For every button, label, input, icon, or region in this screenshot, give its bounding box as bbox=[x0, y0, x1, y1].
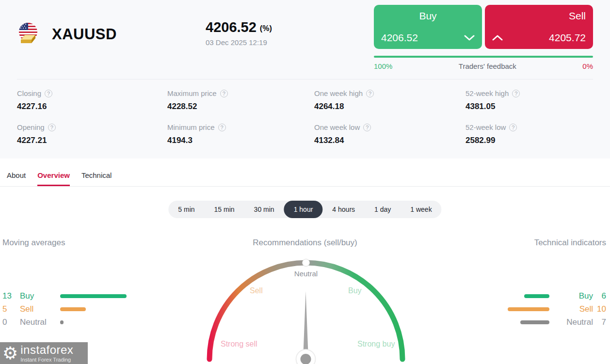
buy-count: 6 bbox=[593, 291, 606, 301]
sell-count: 5 bbox=[2, 304, 20, 314]
gauge-pivot bbox=[301, 354, 311, 364]
symbol-title: XAUUSD bbox=[52, 26, 117, 43]
stat-one-week-high: One week high? 4264.18 bbox=[314, 89, 466, 111]
price-block: 4206.52 (%) 03 Dec 2025 12:19 bbox=[206, 19, 272, 47]
help-icon[interactable]: ? bbox=[366, 90, 374, 97]
stat-label: One week low bbox=[314, 123, 360, 131]
instrument: XAUUSD bbox=[17, 22, 117, 47]
gauge-needle bbox=[303, 291, 308, 359]
stat-value: 4132.84 bbox=[314, 136, 466, 145]
stat-label: 52-week low bbox=[466, 123, 506, 131]
sell-price: 4205.72 bbox=[549, 32, 586, 44]
gear-logo-icon: ⚙ bbox=[2, 345, 18, 362]
legend-row-neutral: 0 Neutral bbox=[2, 316, 127, 329]
sell-bar bbox=[508, 307, 549, 311]
traders-feedback-bar bbox=[374, 56, 593, 58]
help-icon[interactable]: ? bbox=[218, 124, 226, 131]
timeframe-5min[interactable]: 5 min bbox=[168, 201, 204, 218]
neutral-count: 7 bbox=[593, 317, 606, 327]
buy-button-label: Buy bbox=[381, 10, 475, 22]
stat-value: 4381.05 bbox=[466, 102, 593, 111]
timeframe-1day[interactable]: 1 day bbox=[365, 201, 401, 218]
usd-flag-gold-icon bbox=[17, 22, 41, 47]
sell-bar bbox=[60, 307, 86, 311]
neutral-label: Neutral bbox=[549, 317, 593, 327]
timeframe-1week[interactable]: 1 week bbox=[401, 201, 441, 218]
recommendations-title: Recommendations (sell/buy) bbox=[253, 238, 357, 248]
sell-label: Sell bbox=[20, 304, 60, 314]
legend-row-sell: Sell 10 bbox=[506, 302, 606, 316]
timeframe-15min[interactable]: 15 min bbox=[205, 201, 244, 218]
stat-value: 2582.99 bbox=[466, 136, 593, 145]
tab-technical[interactable]: Technical bbox=[81, 171, 112, 186]
price-unit: (%) bbox=[260, 24, 272, 33]
stat-label: One week high bbox=[314, 89, 363, 97]
sell-label: Sell bbox=[549, 304, 593, 314]
chevron-down-icon bbox=[464, 32, 475, 44]
stat-label: Opening bbox=[17, 123, 45, 131]
tab-bar: About Overview Technical bbox=[0, 166, 610, 187]
legend-row-neutral: Neutral 7 bbox=[506, 316, 606, 329]
help-icon[interactable]: ? bbox=[509, 124, 517, 131]
help-icon[interactable]: ? bbox=[48, 124, 56, 131]
neutral-label: Neutral bbox=[20, 317, 60, 327]
feedback-sell-percent: 0% bbox=[582, 62, 593, 70]
stat-closing: Closing? 4227.16 bbox=[17, 89, 167, 111]
buy-bar bbox=[60, 294, 127, 298]
tab-about[interactable]: About bbox=[7, 171, 26, 186]
buy-label: Buy bbox=[20, 291, 60, 301]
stat-maximum-price: Maximum price? 4228.52 bbox=[167, 89, 314, 111]
gauge-pivot-ring bbox=[296, 349, 316, 364]
gauge-marker-dot bbox=[303, 259, 310, 267]
stat-value: 4264.18 bbox=[314, 102, 466, 111]
neutral-count: 0 bbox=[2, 317, 20, 327]
traders-feedback-row: 100% Traders' feedback 0% bbox=[374, 62, 593, 70]
buy-count: 13 bbox=[2, 291, 20, 301]
moving-averages-title: Moving averages bbox=[2, 238, 65, 248]
gauge-label-strong-buy: Strong buy bbox=[357, 340, 395, 348]
buy-price: 4206.52 bbox=[381, 32, 418, 44]
watermark-brand: instaforex bbox=[20, 344, 73, 356]
neutral-bar bbox=[520, 320, 549, 324]
header-divider bbox=[17, 79, 593, 79]
sell-count: 10 bbox=[593, 304, 606, 314]
sell-button[interactable]: Sell 4205.72 bbox=[485, 5, 593, 49]
stat-52-week-low: 52-week low? 2582.99 bbox=[466, 123, 593, 145]
stat-label: 52-week high bbox=[466, 89, 509, 97]
timeframe-1hour[interactable]: 1 hour bbox=[284, 201, 323, 218]
stat-52-week-high: 52-week high? 4381.05 bbox=[466, 89, 593, 111]
legend-row-buy: 13 Buy bbox=[2, 289, 127, 302]
legend-row-buy: Buy 6 bbox=[506, 289, 606, 302]
timeframe-selector: 5 min 15 min 30 min 1 hour 4 hours 1 day… bbox=[168, 201, 441, 218]
gauge-label-neutral: Neutral bbox=[294, 269, 318, 278]
moving-averages-legend: 13 Buy 5 Sell 0 Neutral bbox=[2, 289, 127, 329]
trade-panel: Buy 4206.52 Sell 4205.72 bbox=[374, 5, 593, 70]
buy-label: Buy bbox=[549, 291, 593, 301]
gauge-label-buy: Buy bbox=[348, 286, 362, 295]
gauge-label-strong-sell: Strong sell bbox=[221, 340, 257, 348]
technical-indicators-legend: Buy 6 Sell 10 Neutral 7 bbox=[506, 289, 606, 329]
help-icon[interactable]: ? bbox=[220, 90, 228, 97]
stat-one-week-low: One week low? 4132.84 bbox=[314, 123, 466, 145]
timeframe-30min[interactable]: 30 min bbox=[244, 201, 284, 218]
stat-value: 4227.21 bbox=[17, 136, 167, 145]
buy-button[interactable]: Buy 4206.52 bbox=[374, 5, 482, 49]
gauge-label-sell: Sell bbox=[250, 286, 263, 295]
help-icon[interactable]: ? bbox=[45, 90, 52, 97]
quote-datetime: 03 Dec 2025 12:19 bbox=[206, 38, 272, 47]
stat-label: Maximum price bbox=[167, 89, 217, 97]
stats-grid: Closing? 4227.16 Maximum price? 4228.52 … bbox=[17, 89, 593, 145]
help-icon[interactable]: ? bbox=[512, 90, 520, 97]
stat-minimum-price: Minimum price? 4194.3 bbox=[167, 123, 314, 145]
stat-value: 4227.16 bbox=[17, 102, 167, 111]
buy-bar bbox=[524, 294, 549, 298]
feedback-label: Traders' feedback bbox=[459, 62, 516, 70]
tab-overview[interactable]: Overview bbox=[37, 171, 70, 186]
stat-value: 4228.52 bbox=[167, 102, 314, 111]
legend-row-sell: 5 Sell bbox=[2, 302, 127, 316]
current-price: 4206.52 bbox=[206, 19, 257, 35]
timeframe-4hours[interactable]: 4 hours bbox=[322, 201, 365, 218]
help-icon[interactable]: ? bbox=[363, 124, 371, 131]
neutral-bar bbox=[60, 320, 64, 324]
stat-label: Minimum price bbox=[167, 123, 215, 131]
